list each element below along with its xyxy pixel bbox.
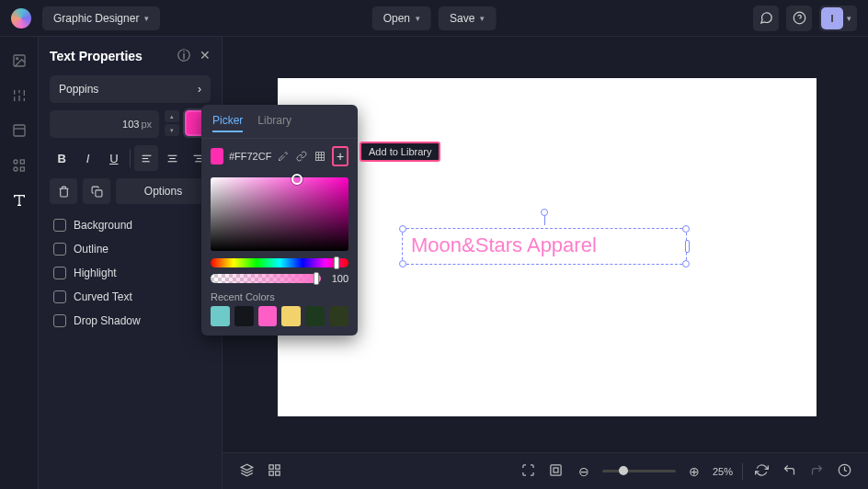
format-row: B I U (50, 145, 211, 171)
resize-handle[interactable] (685, 240, 690, 253)
align-left-button[interactable] (134, 145, 158, 171)
resize-handle[interactable] (682, 260, 690, 267)
rotate-handle[interactable] (541, 209, 548, 216)
hue-slider[interactable] (211, 258, 348, 267)
zoom-value[interactable]: 25% (713, 466, 733, 477)
sv-cursor[interactable] (291, 174, 303, 185)
image-icon[interactable] (10, 51, 29, 70)
underline-button[interactable]: U (102, 145, 126, 171)
tab-picker[interactable]: Picker (212, 114, 243, 132)
recent-swatch[interactable] (211, 306, 230, 326)
properties-panel: Text Properties ⓘ ✕ Poppins › 103px ▴▾ B… (39, 37, 223, 489)
history-icon[interactable] (835, 463, 853, 480)
svg-point-3 (16, 58, 17, 60)
eyedropper-icon[interactable] (277, 148, 290, 165)
recent-swatch[interactable] (258, 306, 278, 326)
zoom-out-button[interactable]: ⊖ (575, 464, 593, 479)
avatar: I (821, 7, 843, 29)
template-icon[interactable] (10, 121, 29, 140)
sv-picker[interactable] (211, 177, 348, 251)
svg-rect-13 (20, 160, 24, 164)
link-icon[interactable] (295, 148, 308, 165)
checkbox-icon (53, 314, 66, 327)
open-button[interactable]: Open ▾ (372, 6, 431, 30)
chevron-down-icon: ▾ (144, 14, 149, 23)
resize-handle[interactable] (399, 225, 406, 233)
font-size-input[interactable]: 103px (50, 110, 159, 138)
chat-icon[interactable] (753, 6, 779, 31)
checkbox-icon (53, 290, 66, 303)
adjust-icon[interactable] (10, 86, 29, 105)
tab-library[interactable]: Library (257, 114, 291, 132)
duplicate-button[interactable] (83, 178, 110, 204)
svg-rect-10 (14, 125, 25, 136)
topbar: Graphic Designer ▾ Open ▾ Save ▾ I ▾ (0, 0, 868, 37)
svg-rect-36 (275, 471, 279, 474)
italic-button[interactable]: I (75, 145, 99, 171)
topbar-right: I ▾ (753, 6, 857, 31)
recent-swatch[interactable] (305, 306, 325, 326)
svg-marker-33 (241, 464, 253, 470)
checkbox-icon (53, 267, 66, 279)
redo-button[interactable] (807, 463, 826, 480)
options-button[interactable]: Options (116, 178, 211, 204)
resize-handle[interactable] (399, 260, 406, 267)
grid-icon[interactable] (314, 148, 326, 165)
zoom-slider[interactable] (602, 470, 676, 472)
delete-button[interactable] (50, 178, 77, 204)
svg-rect-15 (20, 167, 24, 171)
chevron-down-icon: ▾ (847, 14, 851, 23)
svg-rect-35 (275, 464, 279, 468)
zoom-thumb[interactable] (619, 466, 628, 475)
svg-point-14 (14, 167, 17, 171)
fit-icon[interactable] (547, 463, 565, 480)
chevron-down-icon: ▾ (480, 14, 485, 23)
app-logo[interactable] (11, 8, 31, 28)
close-icon[interactable]: ✕ (200, 48, 211, 64)
user-menu[interactable]: I ▾ (819, 6, 857, 31)
svg-rect-27 (95, 189, 101, 196)
info-icon[interactable]: ⓘ (177, 48, 190, 64)
save-label: Save (450, 12, 474, 25)
recent-swatches (201, 306, 358, 326)
alpha-slider[interactable] (211, 274, 321, 283)
resize-handle[interactable] (682, 225, 690, 233)
check-shadow[interactable]: Drop Shadow (50, 309, 211, 333)
recent-swatch[interactable] (329, 306, 348, 326)
check-curved[interactable]: Curved Text (50, 285, 211, 309)
zoom-in-button[interactable]: ⊕ (685, 464, 703, 479)
check-highlight[interactable]: Highlight (50, 261, 211, 285)
layers-icon[interactable] (237, 463, 256, 480)
recent-swatch[interactable] (281, 306, 301, 326)
check-outline[interactable]: Outline (50, 237, 211, 261)
recent-swatch[interactable] (234, 306, 254, 326)
step-up-icon[interactable]: ▴ (165, 110, 179, 122)
svg-rect-37 (268, 471, 272, 474)
svg-rect-34 (268, 464, 272, 468)
apps-icon[interactable] (265, 463, 283, 480)
topbar-center: Open ▾ Save ▾ (372, 6, 497, 30)
shapes-icon[interactable] (10, 156, 29, 175)
checkbox-icon (53, 243, 66, 256)
size-stepper[interactable]: ▴▾ (165, 110, 179, 138)
hex-value[interactable]: #FF72CF (229, 151, 271, 162)
text-icon[interactable] (10, 191, 29, 210)
mode-dropdown[interactable]: Graphic Designer ▾ (42, 6, 160, 30)
undo-button[interactable] (780, 463, 798, 480)
save-button[interactable]: Save ▾ (439, 6, 496, 30)
panel-header: Text Properties ⓘ ✕ (50, 48, 211, 64)
check-background[interactable]: Background (50, 213, 211, 237)
fullscreen-icon[interactable] (520, 463, 538, 480)
alpha-thumb[interactable] (314, 272, 319, 285)
reset-icon[interactable] (752, 463, 771, 480)
tool-rail (0, 37, 39, 489)
help-icon[interactable] (786, 6, 812, 31)
bold-button[interactable]: B (50, 145, 74, 171)
add-to-library-button[interactable]: + (332, 146, 348, 166)
font-selector[interactable]: Poppins › (50, 75, 211, 103)
selection-box[interactable] (402, 228, 687, 265)
alpha-value[interactable]: 100 (326, 273, 348, 284)
align-center-button[interactable] (160, 145, 184, 171)
step-down-icon[interactable]: ▾ (165, 124, 179, 136)
hue-thumb[interactable] (334, 256, 339, 269)
